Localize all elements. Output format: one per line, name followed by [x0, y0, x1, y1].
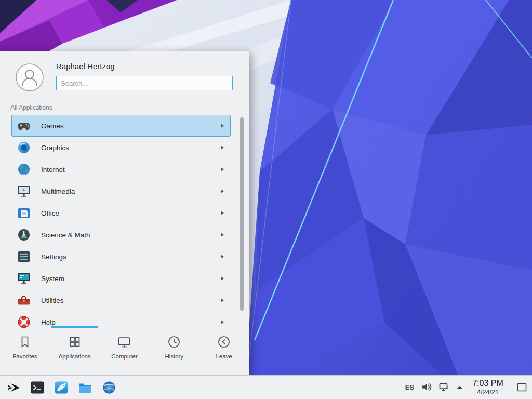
- clock-icon: [166, 334, 182, 350]
- launcher-tabbar: Favorites Applications Computer: [0, 327, 249, 375]
- category-science-math[interactable]: Science & Math: [11, 224, 231, 246]
- terminal-launcher[interactable]: [27, 377, 48, 398]
- tab-leave[interactable]: Leave: [199, 327, 249, 375]
- file-manager-icon: [54, 380, 69, 395]
- tray-expander[interactable]: [457, 384, 463, 390]
- chevron-right-icon: [221, 189, 224, 193]
- chevron-right-icon: [221, 233, 224, 237]
- category-label: Utilities: [41, 297, 64, 304]
- tab-label: Favorites: [12, 353, 37, 360]
- monitor-icon: [116, 334, 132, 350]
- tab-label: History: [165, 353, 183, 360]
- category-graphics[interactable]: Graphics: [11, 137, 231, 158]
- chevron-right-icon: [221, 145, 224, 150]
- tab-label: Applications: [59, 353, 91, 360]
- taskbar-launchers: [3, 377, 119, 398]
- category-label: Multimedia: [41, 188, 75, 195]
- digital-clock[interactable]: 7:03 PM 4/24/21: [470, 379, 506, 396]
- user-avatar-icon: [16, 63, 44, 91]
- category-system[interactable]: System: [11, 268, 231, 289]
- scrollbar[interactable]: [240, 117, 244, 311]
- caret-up-icon: [457, 384, 463, 390]
- category-settings[interactable]: Settings: [11, 246, 231, 268]
- user-avatar[interactable]: [16, 63, 44, 91]
- chevron-right-icon: [221, 298, 224, 302]
- category-label: Help: [41, 318, 56, 326]
- taskbar: ES: [0, 375, 532, 399]
- system-monitor-icon: [17, 271, 31, 286]
- category-help[interactable]: Help: [11, 311, 231, 328]
- file-manager-launcher[interactable]: [51, 377, 72, 398]
- network-icon: [439, 382, 449, 392]
- category-office[interactable]: Office: [11, 202, 231, 224]
- keyboard-layout-indicator[interactable]: ES: [405, 383, 414, 391]
- terminal-icon: [30, 380, 45, 395]
- category-label: Graphics: [41, 144, 69, 152]
- category-label: Settings: [41, 253, 66, 261]
- desktop: Raphael Hertzog All Applications Games: [0, 0, 532, 399]
- section-label: All Applications: [10, 104, 52, 111]
- category-label: Office: [41, 209, 59, 217]
- grid-icon: [67, 334, 83, 350]
- category-internet[interactable]: Internet: [11, 158, 231, 180]
- chevron-right-icon: [221, 211, 224, 215]
- chevron-right-icon: [221, 167, 224, 171]
- category-multimedia[interactable]: Multimedia: [11, 180, 231, 202]
- tab-label: Computer: [111, 353, 138, 360]
- tab-favorites[interactable]: Favorites: [0, 327, 50, 375]
- category-label: System: [41, 275, 64, 283]
- application-launcher: Raphael Hertzog All Applications Games: [0, 51, 249, 375]
- folder-launcher[interactable]: [75, 377, 96, 398]
- browser-globe-icon: [102, 380, 116, 395]
- system-tray: ES: [405, 379, 532, 396]
- active-tab-indicator: [51, 326, 98, 328]
- graphics-icon: [17, 140, 31, 155]
- user-name: Raphael Hertzog: [56, 62, 115, 71]
- settings-sliders-icon: [17, 249, 31, 264]
- speaker-icon: [421, 382, 432, 392]
- multimedia-icon: [17, 184, 31, 198]
- bookmark-icon: [17, 334, 33, 350]
- science-flask-icon: [17, 228, 31, 242]
- category-label: Science & Math: [41, 231, 90, 239]
- launcher-header: Raphael Hertzog: [0, 51, 249, 105]
- clock-time: 7:03 PM: [470, 379, 506, 388]
- category-utilities[interactable]: Utilities: [11, 289, 231, 311]
- network-status[interactable]: [439, 382, 449, 392]
- category-label: Games: [41, 122, 64, 130]
- office-icon: [17, 206, 31, 220]
- kali-logo-icon: [6, 380, 21, 395]
- gamepad-icon: [17, 118, 31, 133]
- category-games[interactable]: Games: [11, 115, 231, 137]
- globe-icon: [17, 162, 31, 177]
- chevron-right-icon: [221, 320, 224, 324]
- category-list: Games Graphics: [0, 115, 249, 328]
- chevron-right-icon: [221, 255, 224, 259]
- browser-launcher[interactable]: [99, 377, 119, 398]
- category-label: Internet: [41, 166, 65, 174]
- lifebuoy-icon: [17, 315, 31, 328]
- tab-label: Leave: [216, 353, 232, 360]
- clock-date: 4/24/21: [470, 389, 506, 396]
- chevron-right-icon: [221, 124, 224, 128]
- leave-icon: [216, 334, 232, 350]
- volume-control[interactable]: [421, 382, 432, 392]
- app-launcher-button[interactable]: [3, 377, 24, 398]
- tab-applications[interactable]: Applications: [50, 327, 100, 375]
- chevron-right-icon: [221, 276, 224, 281]
- show-desktop-icon: [517, 383, 527, 392]
- toolbox-icon: [17, 293, 31, 308]
- folder-icon: [78, 380, 92, 395]
- tab-computer[interactable]: Computer: [100, 327, 150, 375]
- tab-history[interactable]: History: [149, 327, 199, 375]
- search-input[interactable]: [56, 76, 233, 90]
- show-desktop-button[interactable]: [517, 383, 527, 392]
